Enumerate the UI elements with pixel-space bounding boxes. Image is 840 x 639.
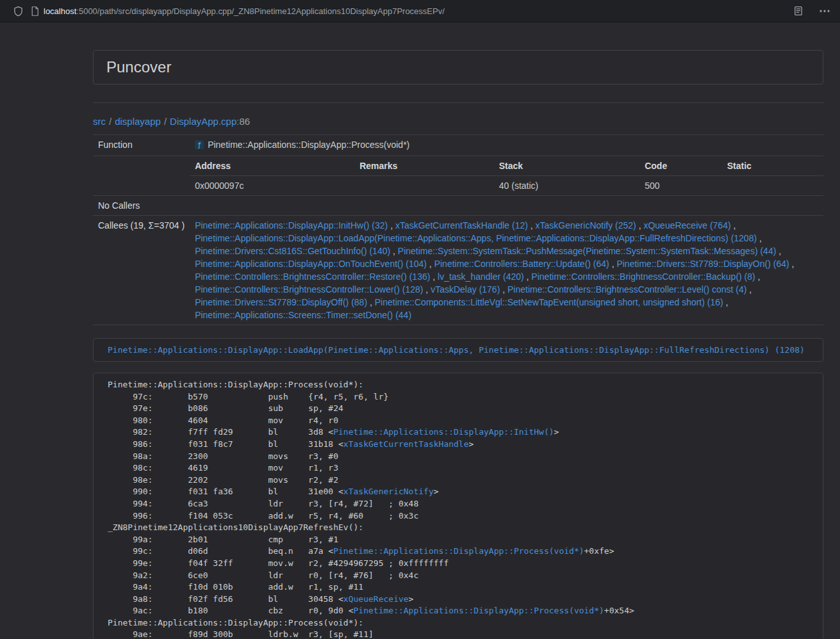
symbol-table: Function ƒ Pinetime::Applications::Displ… [93,134,823,325]
disassembly-box: Pinetime::Applications::DisplayApp::Proc… [93,373,823,639]
function-type-icon: ƒ [195,140,204,152]
breadcrumb-line-number: 86 [239,116,250,127]
breadcrumb-src-link[interactable]: src [93,116,106,127]
callee-link[interactable]: vTaskDelay (176) [431,284,500,295]
callee-link[interactable]: xTaskGetCurrentTaskHandle (12) [395,220,528,231]
callee-link[interactable]: Pinetime::Drivers::Cst816S::GetTouchInfo… [195,246,390,256]
disassembly-symbol-link[interactable]: Pinetime::Applications::DisplayApp::Proc… [354,606,604,615]
callee-link[interactable]: Pinetime::Components::LittleVgl::SetNewT… [375,297,723,307]
stats-value-row: 0x0000097c 40 (static) 500 [190,176,823,196]
highlighted-callee-box: Pinetime::Applications::DisplayApp::Load… [93,338,823,362]
callee-link[interactable]: Pinetime::Controllers::BrightnessControl… [531,271,755,282]
stats-cell: Address Remarks Stack Code Static 0x0000… [190,156,823,196]
callee-link[interactable]: xTaskGenericNotify (252) [536,220,636,231]
stack-value: 40 (static) [494,176,639,196]
overflow-menu-icon[interactable]: ⋯ [819,5,831,17]
app-header-panel: Puncover [93,50,823,85]
static-value [722,176,823,196]
function-row: Function ƒ Pinetime::Applications::Displ… [93,135,823,156]
function-row-label: Function [93,135,190,156]
highlighted-callee-link[interactable]: Pinetime::Applications::DisplayApp::Load… [108,345,805,355]
callees-row: Callees (19, Σ=3704 ) Pinetime::Applicat… [93,216,823,325]
no-callers-label: No Callers [93,196,190,216]
callee-link[interactable]: Pinetime::Drivers::St7789::DisplayOn() (… [616,259,789,269]
page-info-icon[interactable] [31,6,38,16]
callee-link[interactable]: Pinetime::Applications::Screens::Timer::… [195,310,411,320]
stats-row: Address Remarks Stack Code Static 0x0000… [93,156,823,196]
disassembly-symbol-link[interactable]: xQueueReceive [343,594,409,604]
callee-link[interactable]: Pinetime::Applications::DisplayApp::Init… [195,220,388,231]
stats-row-label [93,156,190,196]
callee-link[interactable]: Pinetime::Applications::DisplayApp::OnTo… [195,259,427,269]
address-value: 0x0000097c [190,176,354,196]
callee-link[interactable]: lv_task_handler (420) [438,271,524,282]
no-callers-row: No Callers [93,196,823,216]
stack-column-header: Stack [494,156,639,176]
stats-table: Address Remarks Stack Code Static 0x0000… [190,156,823,195]
remarks-value [354,176,494,196]
callee-link[interactable]: Pinetime::Controllers::BrightnessControl… [195,271,430,282]
remarks-column-header: Remarks [354,156,494,176]
callee-link[interactable]: Pinetime::Controllers::Battery::Update()… [434,259,609,269]
address-column-header: Address [190,156,354,176]
page-title: Puncover [106,59,810,76]
callee-link[interactable]: xQueueReceive (764) [643,220,730,231]
browser-address-bar[interactable]: localhost:5000/path/src/displayapp/Displ… [0,0,840,22]
disassembly-symbol-link[interactable]: Pinetime::Applications::DisplayApp::Init… [333,427,554,437]
no-callers-cell [190,196,823,216]
stats-header-row: Address Remarks Stack Code Static [190,156,823,176]
page-content: Puncover src/displayapp/DisplayApp.cpp:8… [93,22,823,639]
disassembly-symbol-link[interactable]: xTaskGetCurrentTaskHandle [343,439,469,449]
callee-link[interactable]: Pinetime::Controllers::BrightnessControl… [195,284,423,295]
callees-list: Pinetime::Applications::DisplayApp::Init… [190,216,823,325]
breadcrumb-displayapp-link[interactable]: displayapp [115,116,161,127]
breadcrumb-file-link[interactable]: DisplayApp.cpp: [170,116,239,127]
callee-link[interactable]: Pinetime::System::SystemTask::PushMessag… [398,246,777,256]
svg-text:ƒ: ƒ [197,142,201,149]
breadcrumb-separator: / [164,116,167,127]
callees-label: Callees (19, Σ=3704 ) [93,216,190,325]
code-column-header: Code [639,156,722,176]
url-text[interactable]: localhost:5000/path/src/displayapp/Displ… [44,6,445,16]
divider [93,102,823,103]
breadcrumb: src/displayapp/DisplayApp.cpp:86 [93,115,823,128]
shield-icon[interactable] [13,6,23,17]
callee-link[interactable]: Pinetime::Applications::DisplayApp::Load… [195,233,757,243]
url-host: localhost [44,6,76,16]
callee-link[interactable]: Pinetime::Controllers::BrightnessControl… [507,284,746,295]
function-cell: ƒ Pinetime::Applications::DisplayApp::Pr… [190,135,823,156]
disassembly-symbol-link[interactable]: xTaskGenericNotify [343,487,434,496]
callee-link[interactable]: Pinetime::Drivers::St7789::DisplayOff() … [195,297,367,307]
reader-mode-icon[interactable] [793,6,803,16]
disassembly-symbol-link[interactable]: Pinetime::Applications::DisplayApp::Proc… [333,546,584,556]
static-column-header: Static [722,156,823,176]
function-name: Pinetime::Applications::DisplayApp::Proc… [208,140,409,150]
disassembly-code: Pinetime::Applications::DisplayApp::Proc… [108,380,634,639]
code-value: 500 [639,176,722,196]
url-path: :5000/path/src/displayapp/DisplayApp.cpp… [76,6,445,16]
breadcrumb-separator: / [109,116,111,127]
